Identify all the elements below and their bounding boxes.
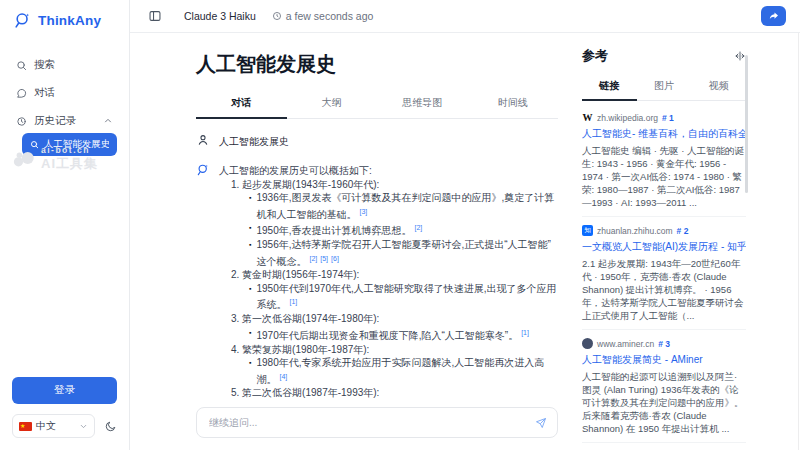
chevron-down-icon	[79, 422, 88, 431]
answer-item: 5. 第二次低谷期(1987年-1993年):▪1980年代后期,专家系统的局限…	[219, 386, 558, 401]
language-selector[interactable]: ★ 中文	[12, 414, 95, 438]
timestamp-label: a few seconds ago	[286, 10, 374, 22]
citation-link[interactable]: [2]	[415, 224, 423, 231]
followup-input-box	[196, 407, 558, 438]
answer-bullet-text: 1950年代到1970年代,人工智能研究取得了快速进展,出现了多个应用系统。[1…	[256, 282, 558, 312]
reference-snippet: 2.1 起步发展期: 1943年—20世纪60年代 · 1950年，克劳德·香农…	[582, 257, 746, 322]
user-message-text: 人工智能发展史	[219, 132, 289, 149]
bullet-marker: ▪	[249, 326, 251, 343]
refs-tab-2[interactable]: 图片	[637, 74, 692, 101]
answer-bullet: ▪1980年代后期,专家系统的局限性逐渐显现,人工智能再次陷入低谷。[1]	[249, 400, 558, 401]
moon-icon	[104, 420, 117, 433]
thinkany-logo-icon	[13, 11, 32, 30]
citation-link[interactable]: [5]	[320, 255, 328, 262]
reference-title-link[interactable]: 人工智能史- 维基百科，自由的百科全书	[582, 127, 746, 141]
reference-rank: # 1	[662, 113, 674, 123]
aminer-favicon	[582, 338, 593, 349]
bullet-marker: ▪	[249, 356, 251, 386]
answer-item: 1. 起步发展期(1943年-1960年代):▪1936年,图灵发表《可计算数及…	[219, 178, 558, 269]
answer-bullet: ▪1970年代后期出现资金和重视度下降,陷入“人工智能寒冬”。[1]	[249, 326, 558, 343]
reference-domain: www.aminer.cn	[597, 339, 654, 349]
bullet-marker: ▪	[249, 221, 251, 238]
answer-item: 2. 黄金时期(1956年-1974年):▪1950年代到1970年代,人工智能…	[219, 268, 558, 312]
reference-title-link[interactable]: 人工智能发展简史 - AMiner	[582, 353, 746, 367]
sidebar: ThinkAny 搜索对话历史记录 人工智能发展史 ai-bot.cn AI工具…	[0, 0, 130, 450]
reference-item: 知zhuanlan.zhihu.com# 2一文概览人工智能(AI)发展历程 -…	[582, 216, 746, 329]
reference-domain: zh.wikipedia.org	[597, 113, 658, 123]
brand-name: ThinkAny	[38, 13, 101, 28]
active-history-label: 人工智能发展史	[44, 138, 109, 151]
bullet-marker: ▪	[249, 282, 251, 312]
citation-link[interactable]: [3]	[359, 208, 367, 215]
reference-item: Wzh.wikipedia.org# 1人工智能史- 维基百科，自由的百科全书人…	[582, 104, 746, 216]
followup-input[interactable]	[207, 416, 535, 429]
app-root: ThinkAny 搜索对话历史记录 人工智能发展史 ai-bot.cn AI工具…	[0, 0, 800, 450]
reference-title-link[interactable]: 一文概览人工智能(AI)发展历程 - 知乎专栏	[582, 240, 746, 254]
brand[interactable]: ThinkAny	[0, 0, 129, 30]
reference-rank: # 3	[658, 339, 670, 349]
share-icon	[768, 10, 780, 22]
collapse-sidebar-button[interactable]	[148, 9, 162, 23]
refs-tab-3[interactable]: 视频	[691, 74, 746, 101]
main-tab-1[interactable]: 对话	[196, 90, 287, 119]
answer-item-title: 1. 起步发展期(1943年-1960年代):	[231, 178, 558, 192]
citation-link[interactable]: [2]	[309, 255, 317, 262]
reference-domain: zhuanlan.zhihu.com	[597, 226, 673, 236]
reference-snippet: 人工智能的起源可以追溯到以及阿兰·图灵 (Alan Turing) 1936年发…	[582, 370, 746, 435]
chevron-up-icon[interactable]	[103, 116, 113, 126]
assistant-message: 人工智能的发展历史可以概括如下: 1. 起步发展期(1943年-1960年代):…	[196, 162, 558, 401]
main-tab-4[interactable]: 时间线	[468, 90, 559, 119]
user-avatar-icon	[196, 132, 212, 149]
answer-bullet: ▪1950年代到1970年代,人工智能研究取得了快速进展,出现了多个应用系统。[…	[249, 282, 558, 312]
zhihu-favicon: 知	[582, 225, 593, 236]
reference-item: www.aminer.cn# 3人工智能发展简史 - AMiner人工智能的起源…	[582, 329, 746, 442]
answer-bullet-text: 1956年,达特茅斯学院召开人工智能夏季研讨会,正式提出“人工智能”这个概念。[…	[256, 238, 558, 268]
watermark-line2: AI工具集	[41, 155, 98, 173]
reference-meta: www.aminer.cn# 3	[582, 338, 746, 349]
answer-intro: 人工智能的发展历史可以概括如下:	[219, 162, 558, 178]
dark-mode-toggle[interactable]	[104, 420, 117, 433]
search-icon	[16, 60, 27, 71]
main-tabs: 对话大纲思维导图时间线	[196, 90, 558, 119]
main-tab-3[interactable]: 思维导图	[377, 90, 468, 119]
sidebar-item-search[interactable]: 搜索	[12, 54, 117, 76]
answer-item-title: 5. 第二次低谷期(1987年-1993年):	[231, 386, 558, 400]
citation-link[interactable]: [4]	[279, 373, 287, 380]
main-tab-2[interactable]: 大纲	[287, 90, 378, 119]
citation-link[interactable]: [1]	[521, 329, 529, 336]
language-label: 中文	[36, 419, 56, 433]
login-button[interactable]: 登录	[12, 377, 117, 404]
references-title: 参考	[582, 47, 608, 65]
references-scrollbar[interactable]	[745, 55, 748, 193]
send-button[interactable]	[535, 417, 547, 429]
answer-item-title: 4. 繁荣复苏期(1980年-1987年):	[231, 343, 558, 357]
topbar: Claude 3 Haiku a few seconds ago	[130, 0, 800, 33]
sidebar-history-active-item[interactable]: 人工智能发展史	[22, 133, 117, 156]
sidebar-item-history[interactable]: 历史记录	[12, 110, 117, 132]
answer-item: 3. 第一次低谷期(1974年-1980年):▪1970年代后期出现资金和重视度…	[219, 312, 558, 342]
clock-icon	[272, 11, 282, 21]
answer-bullet-text: 1980年代,专家系统开始应用于实际问题解决,人工智能再次进入高潮。[4]	[256, 356, 558, 386]
reference-rank: # 2	[677, 226, 689, 236]
answer-item-title: 3. 第一次低谷期(1974年-1980年):	[231, 312, 558, 326]
refs-tabs: 链接图片视频	[582, 74, 746, 101]
citation-link[interactable]: [1]	[289, 298, 297, 305]
bullet-marker: ▪	[249, 191, 251, 221]
answer-bullet: ▪1956年,达特茅斯学院召开人工智能夏季研讨会,正式提出“人工智能”这个概念。…	[249, 238, 558, 268]
page-title: 人工智能发展史	[196, 51, 558, 78]
reference-item: www.qstheory.cn# 4人工智能的历史、现状和未来 - 求是三是应用…	[582, 442, 746, 450]
main-area: Claude 3 Haiku a few seconds ago 人工智能发展史…	[130, 0, 800, 450]
chat-messages: 人工智能发展史 人工智能的发展历史可以概括如下: 1. 起步发展期(1943年-…	[196, 119, 558, 401]
reference-meta: Wzh.wikipedia.org# 1	[582, 112, 746, 123]
share-button[interactable]	[761, 6, 786, 26]
reference-snippet: 人工智能史 编辑 · 先驱 · 人工智能的诞生: 1943 - 1956 · 黄…	[582, 144, 746, 209]
citation-link[interactable]: [6]	[331, 255, 339, 262]
sidebar-item-chat[interactable]: 对话	[12, 82, 117, 104]
timestamp: a few seconds ago	[272, 10, 374, 22]
sidebar-item-label: 历史记录	[34, 114, 76, 128]
sidebar-item-label: 对话	[34, 86, 55, 100]
chat-column: 人工智能发展史 对话大纲思维导图时间线 人工智能发展史	[130, 33, 564, 450]
refs-tab-1[interactable]: 链接	[582, 74, 637, 101]
bullet-marker: ▪	[249, 238, 251, 268]
send-icon	[535, 417, 547, 429]
